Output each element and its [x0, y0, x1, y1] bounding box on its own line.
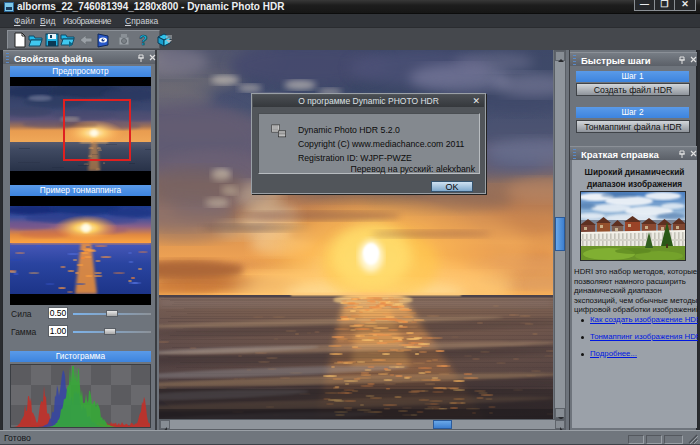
svg-text:?: ?	[139, 32, 148, 48]
